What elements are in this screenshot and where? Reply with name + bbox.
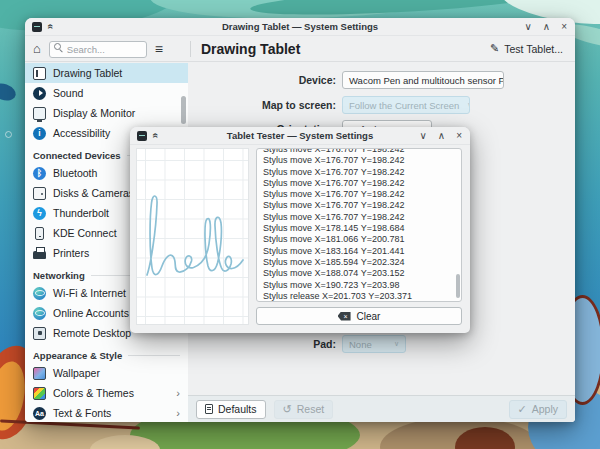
sidebar-item-wallpaper[interactable]: Wallpaper bbox=[25, 363, 188, 383]
pad-label: Pad: bbox=[188, 338, 336, 350]
hello-stroke bbox=[137, 149, 250, 327]
stylus-event-log[interactable]: Stylus move X=176.707 Y=198.242Stylus mo… bbox=[256, 148, 462, 302]
chevron-right-icon: › bbox=[176, 407, 180, 419]
thunderbolt-icon: ϟ bbox=[33, 207, 46, 220]
accounts-icon bbox=[33, 307, 46, 320]
log-row: Stylus move X=190.723 Y=203.98 bbox=[263, 280, 461, 291]
sidebar-item-label: Bluetooth bbox=[53, 167, 97, 179]
window-title: Drawing Tablet — System Settings bbox=[25, 21, 575, 32]
page-title: Drawing Tablet bbox=[201, 41, 300, 57]
colors-icon bbox=[33, 387, 46, 400]
display-icon bbox=[33, 107, 46, 120]
defaults-button[interactable]: Defaults bbox=[196, 400, 266, 419]
accessibility-icon: i bbox=[33, 127, 46, 140]
log-row: Stylus move X=176.707 Y=198.242 bbox=[263, 155, 461, 166]
search-input[interactable] bbox=[49, 41, 147, 58]
log-row: Stylus move X=176.707 Y=198.242 bbox=[263, 189, 461, 200]
sidebar-item-drawing-tablet[interactable]: Drawing Tablet bbox=[25, 63, 188, 83]
pad-combobox: None ∨ bbox=[342, 335, 406, 353]
sidebar-item-label: Printers bbox=[53, 247, 89, 259]
app-icon bbox=[137, 131, 147, 141]
sidebar-item-label: Sound bbox=[53, 87, 83, 99]
apply-button: ✓ Apply bbox=[509, 400, 567, 419]
log-row: Stylus move X=185.594 Y=202.324 bbox=[263, 257, 461, 268]
sound-icon bbox=[33, 87, 46, 100]
sidebar-item-label: Text & Fonts bbox=[53, 407, 111, 419]
maximize-button[interactable]: ∧ bbox=[543, 22, 550, 32]
close-button[interactable]: × bbox=[561, 22, 567, 32]
log-row: Stylus move X=176.707 Y=198.242 bbox=[263, 167, 461, 178]
sidebar-item-colors-themes[interactable]: Colors & Themes› bbox=[25, 383, 188, 403]
main-titlebar[interactable]: « Drawing Tablet — System Settings ∨ ∧ × bbox=[25, 18, 575, 36]
log-row: Stylus move X=176.707 Y=198.242 bbox=[263, 178, 461, 189]
close-button[interactable]: × bbox=[456, 131, 462, 141]
chevron-down-icon: ∨ bbox=[394, 340, 399, 348]
maximize-button[interactable]: ∧ bbox=[438, 131, 445, 141]
search-field-wrap bbox=[49, 39, 147, 58]
log-row: Stylus move X=183.164 Y=201.441 bbox=[263, 246, 461, 257]
main-toolbar: ⌂ ≡ Drawing Tablet ✎ Test Tablet... bbox=[25, 36, 575, 62]
test-tablet-button[interactable]: ✎ Test Tablet... bbox=[486, 41, 567, 57]
disks-icon bbox=[33, 187, 46, 200]
sidebar-item-label: Disks & Cameras bbox=[53, 187, 134, 199]
map-to-screen-combobox: Follow the Current Screen ∨ bbox=[342, 96, 470, 114]
log-scrollbar[interactable] bbox=[456, 274, 460, 298]
log-row: Stylus move X=176.707 Y=198.242 bbox=[263, 212, 461, 223]
minimize-button[interactable]: ∨ bbox=[420, 131, 427, 141]
sidebar-item-label: Wi-Fi & Internet bbox=[53, 287, 126, 299]
sidebar-scrollbar[interactable] bbox=[181, 96, 186, 124]
document-icon bbox=[205, 404, 213, 414]
kdeconnect-icon bbox=[35, 227, 44, 240]
home-icon[interactable]: ⌂ bbox=[33, 42, 41, 55]
tester-titlebar[interactable]: « Tablet Tester — System Settings ∨ ∧ × bbox=[130, 127, 470, 145]
device-label: Device: bbox=[188, 74, 336, 86]
log-row: Stylus move X=176.707 Y=198.242 bbox=[263, 200, 461, 211]
chevron-right-icon: › bbox=[176, 387, 180, 399]
tablet-icon bbox=[33, 67, 46, 80]
sidebar-item-label: Drawing Tablet bbox=[53, 67, 122, 79]
chevron-down-icon: ∨ bbox=[467, 101, 470, 109]
printer-icon bbox=[33, 251, 46, 259]
search-icon bbox=[54, 43, 63, 52]
log-row: Stylus move X=188.074 Y=203.152 bbox=[263, 268, 461, 279]
toolbar-divider bbox=[190, 41, 191, 57]
log-rows: Stylus move X=176.707 Y=198.242Stylus mo… bbox=[257, 148, 461, 302]
clear-button[interactable]: × Clear bbox=[256, 307, 462, 325]
sidebar-item-label: KDE Connect bbox=[53, 227, 117, 239]
sidebar-item-label: Accessibility bbox=[53, 127, 110, 139]
log-row: Stylus release X=201.703 Y=203.371 bbox=[263, 291, 461, 302]
sidebar-item-text-fonts[interactable]: AaText & Fonts› bbox=[25, 403, 188, 422]
remote-icon bbox=[33, 327, 46, 340]
sidebar-item-sound[interactable]: Sound bbox=[25, 83, 188, 103]
wifi-icon bbox=[33, 287, 46, 300]
sidebar-section-appearance-style: Appearance & Style bbox=[25, 343, 188, 363]
sidebar-item-label: Thunderbolt bbox=[53, 207, 109, 219]
sidebar-item-label: Remote Desktop bbox=[53, 327, 131, 339]
sidebar-item-label: Online Accounts bbox=[53, 307, 129, 319]
fonts-icon: Aa bbox=[33, 407, 46, 420]
sidebar-item-label: Colors & Themes bbox=[53, 387, 134, 399]
sidebar-item-display-monitor[interactable]: Display & Monitor bbox=[25, 103, 188, 123]
menu-icon[interactable]: ≡ bbox=[155, 42, 163, 56]
checkmark-icon: ✓ bbox=[518, 404, 527, 415]
sidebar-item-label: Display & Monitor bbox=[53, 107, 135, 119]
wallpaper-icon bbox=[33, 367, 46, 380]
clear-icon: × bbox=[338, 312, 351, 321]
keep-above-icon[interactable]: « bbox=[150, 133, 161, 139]
reset-button: ↺ Reset bbox=[274, 400, 334, 419]
drawing-canvas[interactable] bbox=[136, 148, 249, 325]
pen-icon: ✎ bbox=[490, 43, 499, 54]
minimize-button[interactable]: ∨ bbox=[525, 22, 532, 32]
log-row: Stylus move X=181.066 Y=200.781 bbox=[263, 234, 461, 245]
undo-icon: ↺ bbox=[283, 404, 292, 415]
device-combobox[interactable]: Wacom Pen and multitouch sensor Pen ∨ bbox=[342, 71, 504, 89]
tester-window: « Tablet Tester — System Settings ∨ ∧ × … bbox=[130, 127, 470, 333]
footer-bar: Defaults ↺ Reset ✓ Apply bbox=[188, 395, 575, 422]
sidebar-item-label: Wallpaper bbox=[53, 367, 100, 379]
log-row: Stylus move X=176.707 Y=198.242 bbox=[263, 148, 461, 155]
desktop: « Drawing Tablet — System Settings ∨ ∧ ×… bbox=[0, 0, 600, 449]
log-row: Stylus move X=178.145 Y=198.684 bbox=[263, 223, 461, 234]
keep-above-icon[interactable]: « bbox=[45, 24, 56, 30]
app-icon bbox=[32, 22, 42, 32]
bluetooth-icon: ᛒ bbox=[33, 167, 46, 180]
